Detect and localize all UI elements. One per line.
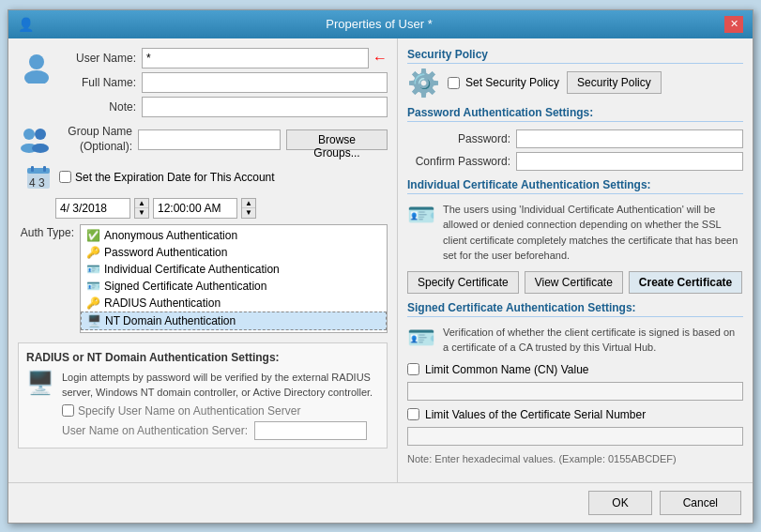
list-item[interactable]: 🪪 Individual Certificate Authentication [81, 261, 387, 278]
date-down-arrow[interactable]: ▼ [135, 208, 148, 218]
expiry-checkbox-row: Set the Expiration Date for This Account [59, 171, 275, 184]
radius-text: Login attempts by password will be verif… [62, 370, 379, 401]
password-input[interactable] [516, 129, 743, 148]
password-auth-section: Password Authentication Settings: Passwo… [407, 106, 743, 171]
password-auth-label: Password Authentication [104, 246, 227, 259]
svg-point-2 [23, 129, 35, 140]
list-item[interactable]: 🔑 Password Authentication [81, 244, 387, 261]
fullname-row: Full Name: [61, 72, 388, 93]
password-auth-icon: 🔑 [86, 246, 100, 259]
group-row: Group Name (Optional): Browse Groups... [18, 123, 388, 157]
limit-cn-checkbox[interactable] [407, 363, 419, 375]
specify-username-label: Specify User Name on Authentication Serv… [78, 404, 300, 418]
create-certificate-button[interactable]: Create Certificate [629, 271, 742, 294]
radius-auth-icon: 🔑 [86, 296, 100, 310]
cancel-button[interactable]: Cancel [660, 491, 741, 515]
server-icon: 🖥️ [26, 370, 54, 396]
expiry-checkbox[interactable] [59, 171, 71, 183]
dialog-body: User Name: ← Full Name: Note: [8, 38, 753, 482]
time-spinner[interactable]: ▲ ▼ [241, 198, 256, 219]
dialog-title: Properties of User * [34, 17, 724, 31]
title-bar: 👤 Properties of User * ✕ [8, 10, 753, 38]
specify-certificate-button[interactable]: Specify Certificate [407, 271, 519, 294]
security-policy-title: Security Policy [407, 48, 743, 64]
ok-button[interactable]: OK [588, 491, 651, 515]
individual-cert-section: Individual Certificate Authentication Se… [407, 178, 743, 294]
radius-content: 🖥️ Login attempts by password will be ve… [26, 370, 379, 440]
note-input[interactable] [142, 97, 388, 117]
properties-dialog: 👤 Properties of User * ✕ User Name: [8, 9, 753, 524]
group-name-label: Group Name (Optional): [57, 125, 132, 154]
confirm-password-input[interactable] [516, 152, 743, 171]
group-name-input[interactable] [138, 129, 281, 150]
set-security-policy-checkbox[interactable] [448, 77, 460, 89]
confirm-password-label: Confirm Password: [407, 155, 510, 168]
indiv-cert-label: Individual Certificate Authentication [104, 263, 280, 276]
user-icon-row: User Name: ← Full Name: Note: [18, 48, 388, 117]
signed-cert-icon-row: 🪪 Verification of whether the client cer… [407, 325, 743, 356]
limit-cn-input[interactable] [407, 382, 743, 401]
radius-section: RADIUS or NT Domain Authentication Setti… [18, 342, 388, 448]
auth-list-container: Auth Type: ✅ Anonymous Authentication 🔑 … [18, 224, 388, 333]
limit-cn-label: Limit Common Name (CN) Value [425, 363, 589, 376]
svg-text:4 3: 4 3 [29, 176, 45, 190]
limit-serial-checkbox[interactable] [407, 408, 419, 420]
svg-rect-7 [27, 168, 50, 174]
browse-groups-button[interactable]: Browse Groups... [286, 129, 388, 150]
time-down-arrow[interactable]: ▼ [242, 208, 255, 218]
signed-cert-auth-label: Signed Certificate Authentication [104, 280, 266, 293]
limit-serial-row: Limit Values of the Certificate Serial N… [407, 408, 743, 421]
security-policy-section: Security Policy ⚙️ Set Security Policy S… [407, 48, 743, 99]
note-text: Note: Enter hexadecimal values. (Example… [407, 453, 743, 464]
left-panel: User Name: ← Full Name: Note: [8, 38, 398, 482]
password-auth-title: Password Authentication Settings: [407, 106, 743, 122]
individual-cert-icon: 🪪 [407, 202, 435, 228]
view-certificate-button[interactable]: View Certificate [525, 271, 623, 294]
username-server-row: User Name on Authentication Server: [62, 421, 379, 440]
calendar-icon: 4 3 [23, 162, 53, 192]
nt-domain-label: NT Domain Authentication [105, 314, 236, 327]
fullname-input[interactable] [142, 72, 388, 93]
password-row: Password: [407, 129, 743, 148]
date-value: 4/ 3/2018 [60, 202, 107, 215]
signed-cert-text: Verification of whether the client certi… [443, 325, 743, 356]
date-spinner[interactable]: ▲ ▼ [134, 198, 149, 219]
dialog-footer: OK Cancel [8, 482, 753, 523]
time-display: 12:00:00 AM [153, 198, 237, 219]
time-up-arrow[interactable]: ▲ [242, 199, 255, 209]
username-server-input[interactable] [254, 421, 367, 440]
time-value: 12:00:00 AM [158, 202, 221, 215]
fullname-label: Full Name: [61, 76, 136, 89]
individual-cert-title: Individual Certificate Authentication Se… [407, 178, 743, 194]
username-label: User Name: [61, 52, 136, 65]
note-row: Note: [61, 97, 388, 117]
svg-rect-9 [43, 166, 46, 172]
svg-point-1 [24, 70, 49, 84]
signed-cert-icon: 🪪 [407, 325, 435, 351]
password-label: Password: [407, 132, 510, 145]
auth-type-label: Auth Type: [18, 224, 74, 239]
arrow-indicator: ← [373, 50, 388, 67]
specify-username-checkbox[interactable] [62, 404, 74, 417]
auth-type-section: Auth Type: ✅ Anonymous Authentication 🔑 … [18, 224, 388, 333]
list-item[interactable]: 🖥️ NT Domain Authentication [81, 312, 387, 330]
close-button[interactable]: ✕ [724, 16, 743, 33]
signed-cert-section: Signed Certificate Authentication Settin… [407, 301, 743, 464]
date-up-arrow[interactable]: ▲ [135, 199, 148, 209]
user-fields: User Name: ← Full Name: Note: [61, 48, 388, 117]
security-policy-button[interactable]: Security Policy [567, 71, 662, 94]
limit-serial-input[interactable] [407, 427, 743, 446]
expiry-row: 4 3 Set the Expiration Date for This Acc… [23, 162, 388, 192]
set-security-row: Set Security Policy [448, 76, 559, 89]
list-item[interactable]: ✅ Anonymous Authentication [81, 227, 387, 244]
nt-domain-icon: 🖥️ [87, 314, 101, 327]
svg-point-5 [32, 144, 49, 153]
list-item[interactable]: 🔑 RADIUS Authentication [81, 295, 387, 312]
anon-auth-icon: ✅ [86, 229, 100, 242]
security-policy-content: ⚙️ Set Security Policy Security Policy [407, 68, 743, 99]
indiv-cert-icon: 🪪 [86, 263, 100, 276]
list-item[interactable]: 🪪 Signed Certificate Authentication [81, 278, 387, 295]
username-input[interactable] [142, 48, 369, 68]
cert-icon-row: 🪪 The users using 'Individual Certificat… [407, 202, 743, 264]
limit-serial-label: Limit Values of the Certificate Serial N… [425, 408, 646, 421]
